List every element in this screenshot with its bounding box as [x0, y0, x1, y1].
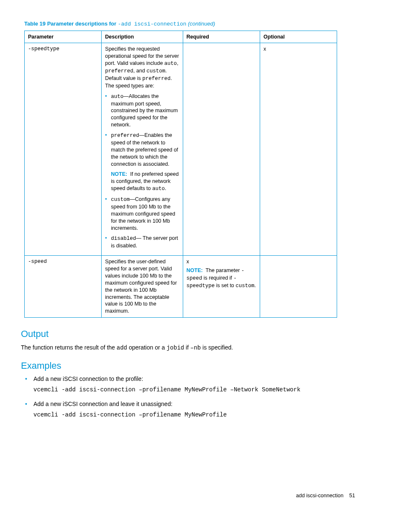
output-text: The function returns the result of the a… — [21, 344, 378, 352]
parameter-table: Parameter Description Required Optional … — [24, 31, 337, 318]
list-item: custom—Configures any speed from 100 Mb … — [105, 196, 179, 231]
col-parameter: Parameter — [25, 31, 102, 43]
table-caption-continued: (continued) — [187, 21, 215, 27]
col-optional: Optional — [260, 31, 337, 43]
cell-parameter: -speed — [25, 256, 102, 318]
cell-optional — [260, 256, 337, 318]
example-command: vcemcli -add iscsi-connection –profilena… — [33, 386, 378, 394]
examples-list: Add a new iSCSI connection to the profil… — [21, 375, 378, 419]
table-row: -speedtype Specifies the requested opera… — [25, 43, 337, 256]
example-text: Add a new iSCSI connection and leave it … — [33, 401, 172, 407]
table-header-row: Parameter Description Required Optional — [25, 31, 337, 43]
list-item: disabled— The server port is disabled. — [105, 235, 179, 249]
footer-section: add iscsi-connection — [296, 493, 343, 499]
col-required: Required — [183, 31, 260, 43]
cell-required — [183, 43, 260, 256]
table-row: -speed Specifies the user-defined speed … — [25, 256, 337, 318]
table-caption-code: -add iscsi-connection — [118, 21, 187, 27]
examples-heading: Examples — [21, 360, 378, 372]
cell-description: Specifies the requested operational spee… — [102, 43, 183, 256]
cell-description: Specifies the user-defined speed for a s… — [102, 256, 183, 318]
note-block: NOTE: If no preferred speed is configure… — [111, 171, 179, 193]
table-caption: Table 19 Parameter descriptions for -add… — [21, 20, 378, 28]
page-footer: add iscsi-connection51 — [296, 492, 355, 499]
cell-parameter: -speedtype — [25, 43, 102, 256]
list-item: auto—Allocates the maximum port speed, c… — [105, 93, 179, 129]
output-heading: Output — [21, 328, 378, 340]
list-item: Add a new iSCSI connection to the profil… — [21, 375, 378, 394]
page-number: 51 — [349, 493, 355, 499]
example-command: vcemcli -add iscsi-connection –profilena… — [33, 411, 378, 419]
table-caption-lead: Table 19 Parameter descriptions for — [24, 21, 118, 27]
cell-required: x NOTE: The parameter -speed is required… — [183, 256, 260, 318]
note-block: NOTE: The parameter -speed is required i… — [187, 267, 256, 290]
example-text: Add a new iSCSI connection to the profil… — [33, 375, 143, 382]
note-label: NOTE: — [111, 171, 127, 177]
cell-optional: x — [260, 43, 337, 256]
col-description: Description — [102, 31, 183, 43]
list-item: preferred—Enables the speed of the netwo… — [105, 132, 179, 193]
note-label: NOTE: — [187, 267, 203, 273]
speedtype-list: auto—Allocates the maximum port speed, c… — [105, 93, 179, 250]
list-item: Add a new iSCSI connection and leave it … — [21, 400, 378, 419]
